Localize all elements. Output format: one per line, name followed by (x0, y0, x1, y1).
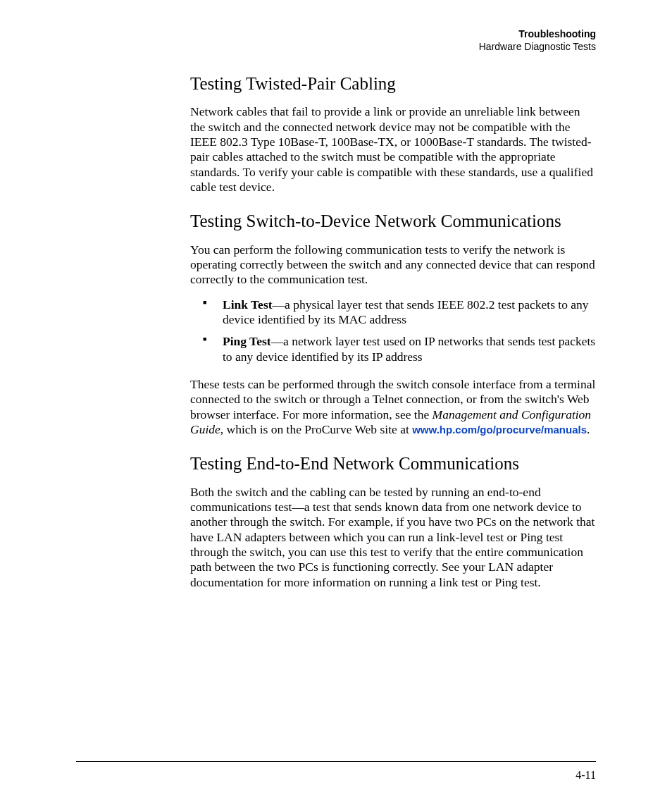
manual-link[interactable]: www.hp.com/go/procurve/manuals (412, 424, 587, 436)
bullet-def: —a physical layer test that sends IEEE 8… (223, 297, 589, 326)
heading-twisted-pair: Testing Twisted-Pair Cabling (190, 73, 596, 94)
paragraph-twisted-pair: Network cables that fail to provide a li… (190, 104, 596, 195)
bullet-term: Ping Test (223, 334, 271, 348)
test-list: Link Test—a physical layer test that sen… (190, 297, 596, 364)
after-text-mid: , which is on the ProCurve Web site at (220, 422, 412, 436)
footer-rule (76, 761, 596, 762)
list-item: Ping Test—a network layer test used on I… (210, 334, 596, 364)
heading-switch-to-device: Testing Switch-to-Device Network Communi… (190, 210, 596, 232)
header-chapter: Troubleshooting (190, 28, 596, 41)
list-item: Link Test—a physical layer test that sen… (210, 297, 596, 328)
page-number: 4-11 (575, 769, 596, 782)
after-text-post: . (587, 422, 590, 436)
paragraph-end-to-end: Both the switch and the cabling can be t… (190, 485, 596, 590)
heading-end-to-end: Testing End-to-End Network Communication… (190, 452, 596, 474)
bullet-def: —a network layer test used on IP network… (223, 334, 595, 363)
paragraph-switch-intro: You can perform the following communicat… (190, 242, 596, 288)
header-section: Hardware Diagnostic Tests (190, 41, 596, 54)
running-header: Troubleshooting Hardware Diagnostic Test… (190, 28, 596, 53)
paragraph-switch-after: These tests can be performed through the… (190, 377, 596, 437)
page: Troubleshooting Hardware Diagnostic Test… (0, 0, 672, 807)
bullet-term: Link Test (223, 297, 273, 312)
